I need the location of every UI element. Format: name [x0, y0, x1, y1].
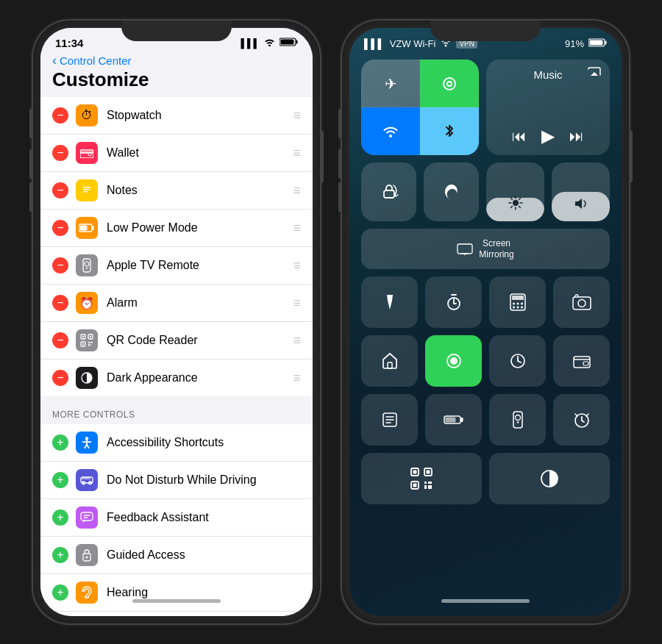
drag-handle[interactable]: ≡ [293, 108, 301, 124]
svg-line-63 [519, 198, 520, 200]
list-item[interactable]: + Do Not Disturb While Driving [40, 462, 313, 499]
list-item[interactable]: − Dark Appearance ≡ [40, 359, 313, 396]
svg-rect-20 [90, 336, 91, 337]
add-button[interactable]: + [52, 472, 68, 488]
svg-line-61 [510, 198, 512, 200]
svg-rect-96 [445, 418, 455, 423]
clock-btn[interactable] [489, 335, 546, 387]
battery-pct-label: 91% [565, 38, 584, 49]
svg-rect-35 [81, 512, 93, 520]
list-item[interactable]: − Wallet ≡ [40, 135, 313, 172]
list-item[interactable]: + Feedback Assistant [40, 499, 313, 537]
flashlight-btn[interactable] [361, 276, 418, 328]
nav-header: ‹ Control Center Customize [40, 52, 313, 97]
svg-line-87 [518, 361, 521, 362]
svg-rect-49 [605, 41, 607, 45]
left-screen: 11:34 ▌▌▌ ‹ Control Center [40, 28, 313, 616]
svg-rect-8 [83, 189, 90, 190]
drag-handle[interactable]: ≡ [293, 183, 301, 198]
list-item[interactable]: − Low Power Mode ≡ [40, 210, 313, 247]
add-button[interactable]: + [52, 547, 68, 563]
bluetooth-tile[interactable] [420, 107, 479, 155]
list-item[interactable]: − Apple TV Remote ≡ [40, 247, 313, 285]
list-item[interactable]: − ⏰ Alarm ≡ [40, 285, 313, 322]
screen-recording-btn[interactable] [425, 335, 482, 387]
add-button[interactable]: + [52, 509, 68, 526]
remove-button[interactable]: − [52, 332, 68, 348]
item-label-wallet: Wallet [107, 146, 287, 160]
notes-cc-btn[interactable] [361, 394, 418, 446]
airplane-mode-tile[interactable]: ✈ [361, 60, 420, 107]
timer-btn[interactable] [425, 276, 482, 328]
grid-row-1 [361, 276, 610, 328]
wifi-cc-tile[interactable] [361, 107, 420, 155]
add-button[interactable]: + [52, 434, 68, 451]
wallet-cc-btn[interactable] [553, 335, 610, 387]
next-track-button[interactable]: ⏭ [569, 128, 584, 145]
qr-reader-cc-btn[interactable] [361, 453, 482, 504]
signal-bars-icon: ▌▌▌ [364, 38, 385, 49]
remove-button[interactable]: − [52, 220, 68, 236]
rotation-lock-tile[interactable] [361, 162, 416, 221]
cellular-tile[interactable] [420, 60, 479, 107]
back-button[interactable]: ‹ Control Center [52, 54, 301, 67]
add-button[interactable]: + [52, 584, 68, 601]
airplay-icon[interactable] [588, 67, 601, 82]
remove-button[interactable]: − [52, 182, 68, 198]
calculator-btn[interactable] [489, 276, 546, 328]
brightness-slider[interactable] [486, 162, 544, 221]
drag-handle[interactable]: ≡ [293, 296, 301, 311]
drag-handle[interactable]: ≡ [293, 333, 301, 348]
remove-button[interactable]: − [52, 145, 68, 161]
svg-rect-111 [424, 482, 427, 484]
list-item[interactable]: − ⏱ Stopwatch ≡ [40, 97, 313, 135]
brightness-icon [508, 196, 523, 214]
svg-rect-109 [427, 471, 430, 474]
signal-icon: ▌▌▌ [241, 38, 260, 49]
screen-mirroring-tile[interactable]: ScreenMirroring [361, 229, 610, 269]
low-power-cc-btn[interactable] [425, 394, 482, 446]
status-icons-left: ▌▌▌ [241, 37, 298, 49]
carrier-label: VZW Wi-Fi [390, 38, 436, 49]
list-item[interactable]: − QR Code Reader ≡ [40, 322, 313, 359]
drag-handle[interactable]: ≡ [293, 371, 301, 386]
item-icon-darkmode [76, 367, 98, 389]
dark-mode-cc-btn[interactable] [489, 453, 610, 504]
play-button[interactable]: ▶ [541, 126, 555, 146]
remove-button[interactable]: − [52, 107, 68, 124]
notch-right [430, 21, 541, 41]
list-item[interactable]: + Hearing [40, 574, 313, 612]
svg-rect-15 [86, 268, 88, 269]
svg-point-75 [516, 303, 519, 305]
svg-line-103 [575, 414, 577, 416]
remove-button[interactable]: − [52, 257, 68, 273]
list-item[interactable]: + Accessibility Shortcuts [40, 424, 313, 462]
item-label-qrcode: QR Code Reader [107, 334, 287, 347]
camera-btn[interactable] [553, 276, 610, 328]
drag-handle[interactable]: ≡ [293, 221, 301, 236]
item-icon-feedback [76, 507, 98, 529]
list-item[interactable]: + Magnifier [40, 612, 313, 616]
svg-rect-2 [281, 40, 294, 45]
drag-handle[interactable]: ≡ [293, 146, 301, 161]
volume-slider[interactable] [552, 162, 610, 221]
top-row: ✈ [361, 60, 610, 155]
right-screen: ▌▌▌ VZW Wi-Fi VPN 91% [349, 28, 622, 616]
svg-rect-80 [573, 297, 591, 310]
home-indicator-left [132, 599, 221, 603]
do-not-disturb-tile[interactable] [424, 162, 479, 221]
item-icon-hearing [76, 582, 98, 604]
svg-rect-113 [424, 485, 427, 489]
remove-button[interactable]: − [52, 370, 68, 386]
list-item[interactable]: + Guided Access [40, 537, 313, 574]
alarm-cc-btn[interactable] [553, 394, 610, 446]
prev-track-button[interactable]: ⏮ [512, 128, 527, 145]
list-item[interactable]: − Notes ≡ [40, 172, 313, 210]
svg-point-5 [88, 153, 91, 156]
screen-mirroring-row: ScreenMirroring [361, 229, 610, 269]
remote-cc-btn[interactable] [489, 394, 546, 446]
item-label-dnd-driving: Do Not Disturb While Driving [107, 473, 301, 487]
home-btn[interactable] [361, 335, 418, 387]
drag-handle[interactable]: ≡ [293, 258, 301, 273]
remove-button[interactable]: − [52, 295, 68, 311]
